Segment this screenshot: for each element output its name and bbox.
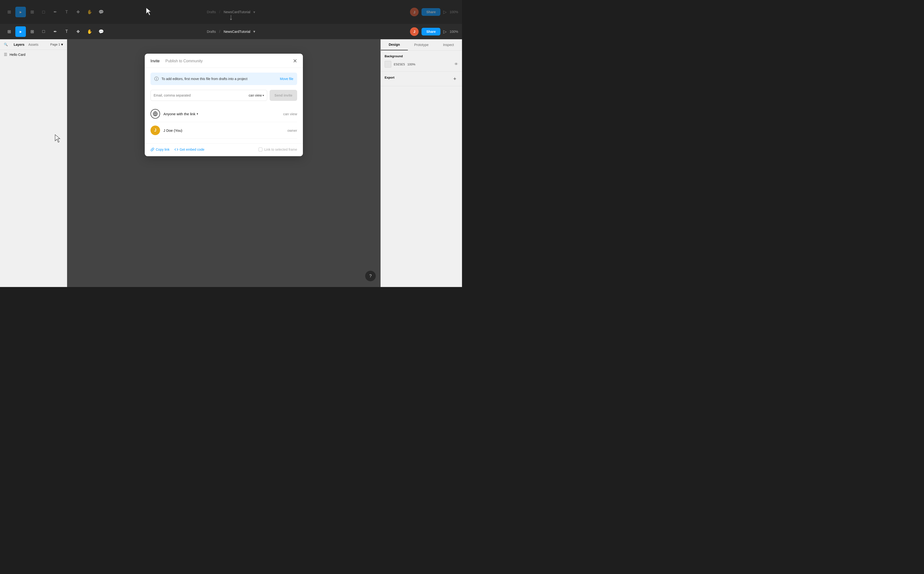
comment-tool-main[interactable]: 💬 <box>96 26 106 37</box>
email-input[interactable] <box>154 90 247 101</box>
anyone-link-permission: can view <box>283 112 297 116</box>
copy-link-label: Copy link <box>156 148 170 151</box>
visibility-icon[interactable]: 👁 <box>454 62 458 66</box>
link-to-frame-checkbox[interactable] <box>259 148 262 151</box>
pen-tool[interactable]: ✒ <box>50 7 60 17</box>
embed-code-label: Get embed code <box>180 148 205 151</box>
toolbar-main: ⊞ ▸ ⊞ □ ✒ T ❖ ✋ 💬 Drafts / NewsCardTutor… <box>0 24 462 39</box>
breadcrumb-drafts: Drafts <box>207 10 216 14</box>
add-export-btn[interactable]: + <box>451 76 458 82</box>
hand-tool[interactable]: ✋ <box>84 7 95 17</box>
pen-tool-main[interactable]: ✒ <box>50 26 60 37</box>
text-tool-main[interactable]: T <box>61 26 72 37</box>
tab-design[interactable]: Design <box>381 39 408 50</box>
tab-layers[interactable]: Layers <box>14 43 24 46</box>
zoom-top: 100% <box>449 10 458 14</box>
modal-header: Invite Publish to Community ✕ <box>145 54 303 68</box>
tab-prototype[interactable]: Prototype <box>408 39 435 50</box>
user-name: J Doe (You) <box>163 128 182 132</box>
user-permission: owner <box>287 128 297 132</box>
shape-tool[interactable]: □ <box>38 7 49 17</box>
modal-footer: Copy link Get embed code Link to selecte… <box>145 144 303 156</box>
anyone-link-chevron-icon: ▾ <box>197 112 198 115</box>
breadcrumb-project: NewsCardTutorial <box>224 10 251 14</box>
layer-frame-icon: ☰ <box>4 52 7 57</box>
breadcrumb-sep: / <box>219 10 220 14</box>
zoom-main: 100% <box>449 30 458 33</box>
component-tool-main[interactable]: ❖ <box>73 26 84 37</box>
share-btn-main[interactable]: Share <box>421 28 440 35</box>
bg-hex: E5E5E5 <box>394 63 405 66</box>
tab-inspect[interactable]: Inspect <box>435 39 462 50</box>
info-banner: ⓘ To add editors, first move this file f… <box>150 73 297 85</box>
export-title: Export <box>385 76 394 79</box>
play-btn-top[interactable]: ▷ <box>443 9 447 14</box>
modal-tab-publish[interactable]: Publish to Community <box>166 59 203 63</box>
frame-tool-main[interactable]: ⊞ <box>27 26 37 37</box>
bg-opacity: 100% <box>407 63 415 66</box>
frame-tool[interactable]: ⊞ <box>27 7 37 17</box>
user-row: J J Doe (You) owner <box>150 122 297 139</box>
component-tool[interactable]: ❖ <box>73 7 84 17</box>
anyone-link-name[interactable]: Anyone with the link ▾ <box>163 112 198 116</box>
bg-swatch[interactable] <box>385 61 391 68</box>
hand-tool-main[interactable]: ✋ <box>84 26 95 37</box>
link-icon <box>150 148 155 151</box>
avatar-top: J <box>410 8 419 16</box>
share-modal: Invite Publish to Community ✕ ⓘ To add e… <box>145 54 303 156</box>
comment-tool[interactable]: 💬 <box>96 7 106 17</box>
export-section: Export + <box>381 72 462 86</box>
tab-assets[interactable]: Assets <box>28 43 38 46</box>
invite-row: can view ▾ Send invite <box>150 90 297 101</box>
permission-label: can view <box>249 93 262 97</box>
left-panel: 🔍 Layers Assets Page 1 ▾ ☰ Hello Card <box>0 39 67 287</box>
text-tool[interactable]: T <box>61 7 72 17</box>
page-chevron-icon: ▾ <box>61 42 63 47</box>
figma-menu-btn[interactable]: ⊞ <box>4 7 14 17</box>
play-btn-main[interactable]: ▷ <box>443 29 447 34</box>
user-avatar: J <box>150 126 160 135</box>
share-btn-top[interactable]: Share <box>421 8 440 16</box>
breadcrumb-drafts-main: Drafts <box>207 30 216 33</box>
info-banner-text: To add editors, first move this file fro… <box>161 77 277 81</box>
layer-hello-card[interactable]: ☰ Hello Card <box>0 50 67 59</box>
background-section: Background E5E5E5 100% 👁 <box>381 50 462 72</box>
right-panel: Design Prototype Inspect Background E5E5… <box>380 39 462 287</box>
select-tool[interactable]: ▸ <box>15 7 26 17</box>
modal-overlay: Invite Publish to Community ✕ ⓘ To add e… <box>67 39 380 287</box>
select-tool-main[interactable]: ▸ <box>15 26 26 37</box>
permission-select[interactable]: can view ▾ <box>249 93 264 97</box>
transition-arrow: ↓ <box>229 12 233 22</box>
breadcrumb-project-main: NewsCardTutorial <box>224 30 251 33</box>
modal-tab-invite[interactable]: Invite <box>150 59 159 63</box>
breadcrumb-chevron-icon: ▾ <box>253 10 255 14</box>
link-to-frame-label: Link to selected frame <box>264 148 297 151</box>
globe-icon <box>150 109 160 118</box>
figma-menu-btn-main[interactable]: ⊞ <box>4 26 14 37</box>
shape-tool-main[interactable]: □ <box>38 26 49 37</box>
page-selector[interactable]: Page 1 ▾ <box>50 42 63 47</box>
layer-hello-card-name: Hello Card <box>9 53 25 57</box>
code-icon <box>175 148 178 151</box>
permission-chevron-icon: ▾ <box>263 94 264 97</box>
copy-link-btn[interactable]: Copy link <box>150 148 170 151</box>
right-panel-tabs: Design Prototype Inspect <box>381 39 462 50</box>
email-input-wrapper: can view ▾ <box>150 90 267 101</box>
avatar-main: J <box>410 27 419 36</box>
page-selector-text: Page 1 <box>50 43 60 46</box>
modal-close-btn[interactable]: ✕ <box>293 58 297 64</box>
info-circle-icon: ⓘ <box>155 76 159 82</box>
move-file-btn[interactable]: Move file <box>280 77 293 81</box>
anyone-link-row: Anyone with the link ▾ can view <box>150 106 297 122</box>
modal-body: ⓘ To add editors, first move this file f… <box>145 68 303 144</box>
search-icon-btn[interactable]: 🔍 <box>4 43 8 46</box>
send-invite-btn: Send invite <box>270 90 297 101</box>
embed-code-btn[interactable]: Get embed code <box>175 148 205 151</box>
breadcrumb-sep-main: / <box>219 30 220 34</box>
background-title: Background <box>385 54 458 58</box>
left-panel-tabs: 🔍 Layers Assets Page 1 ▾ <box>0 39 67 50</box>
link-to-frame-row: Link to selected frame <box>259 148 297 151</box>
breadcrumb-chevron-main-icon: ▾ <box>253 29 255 34</box>
